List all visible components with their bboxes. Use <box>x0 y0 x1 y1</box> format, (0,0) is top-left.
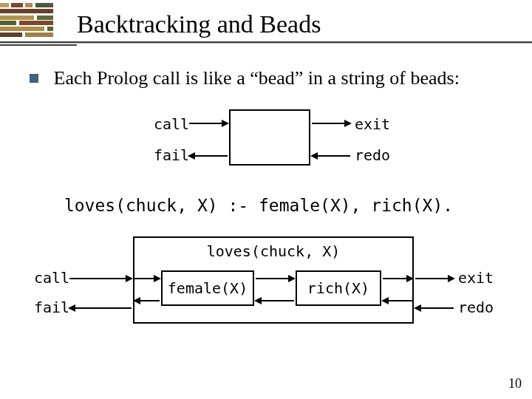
compound-bead-diagram: call fail exit redo loves(chuck, X) fema… <box>22 236 510 340</box>
outer-exit-arrow <box>415 278 454 279</box>
goal-box-1: female(X) <box>161 270 254 306</box>
bead-box <box>229 109 310 166</box>
decorative-stripes <box>0 0 64 41</box>
single-bead-diagram: call fail exit redo <box>111 109 421 166</box>
slide-number: 10 <box>508 376 522 392</box>
redo-arrow <box>312 155 350 157</box>
slide-title: Backtracking and Beads <box>77 10 321 38</box>
exit-label: exit <box>355 115 390 133</box>
fail-label: fail <box>154 146 189 164</box>
redo-label-2: redo <box>458 299 494 316</box>
redo-to-goal2-arrow <box>383 300 412 301</box>
goal-box-2: rich(X) <box>296 270 381 306</box>
exit-label-2: exit <box>458 269 494 287</box>
outer-call-arrow <box>69 278 132 279</box>
bullet-square-icon <box>30 74 38 83</box>
outer-fail-arrow <box>69 307 132 309</box>
goal-2-text: rich(X) <box>307 279 369 297</box>
exit-arrow <box>312 123 350 124</box>
title-bar: Backtracking and Beads <box>0 0 532 52</box>
call-to-goal1-arrow <box>134 278 160 279</box>
goal-1-text: female(X) <box>168 279 248 297</box>
fail-from-goal1-arrow <box>134 300 160 301</box>
bullet-text: Each Prolog call is like a “bead” in a s… <box>54 67 460 89</box>
call-label: call <box>154 115 189 133</box>
exit-from-goal2-arrow <box>383 278 412 279</box>
fail-label-2: fail <box>34 299 69 316</box>
goal1-to-goal2-arrow <box>256 278 294 279</box>
fail-arrow <box>189 155 228 157</box>
goal2-to-goal1-arrow <box>256 300 294 301</box>
clause-head-label: loves(chuck, X) <box>133 242 414 260</box>
outer-redo-arrow <box>415 307 454 309</box>
prolog-clause: loves(chuck, X) :- female(X), rich(X). <box>44 196 473 215</box>
call-arrow <box>189 123 228 124</box>
call-label-2: call <box>34 269 69 287</box>
title-rule <box>0 41 532 43</box>
redo-label: redo <box>355 146 390 164</box>
title-rule-accent <box>0 44 77 46</box>
bullet-line: Each Prolog call is like a “bead” in a s… <box>30 66 460 89</box>
